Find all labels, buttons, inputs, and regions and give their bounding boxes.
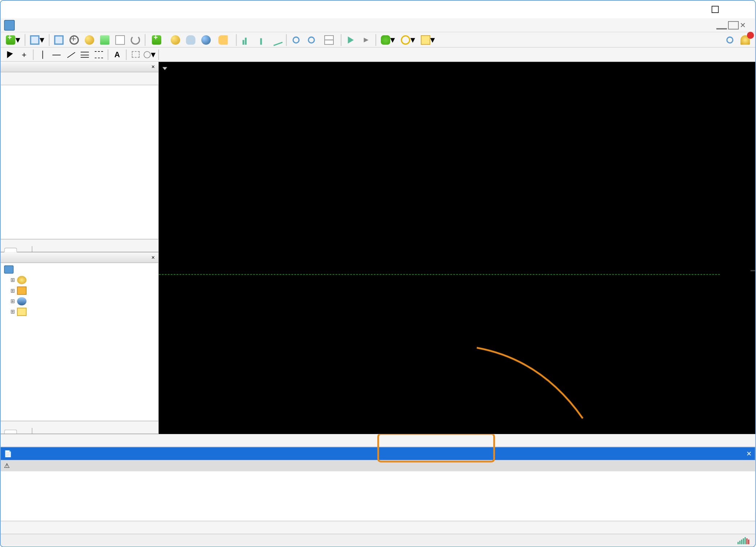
main-toolbar: ▾ ▾ ▾ ▾ ▾ <box>1 32 755 48</box>
terminal-header <box>1 434 755 447</box>
trendline-tool[interactable] <box>64 49 78 60</box>
hline-tool[interactable] <box>49 49 63 60</box>
chart-title <box>162 64 170 71</box>
navigator-toggle[interactable] <box>98 33 112 46</box>
shift-button[interactable] <box>344 33 358 46</box>
balance-row: ⚠ <box>1 460 755 471</box>
menu-tool[interactable] <box>65 24 77 26</box>
tree-ea[interactable]: ⊞ <box>1 296 158 306</box>
close-order-icon[interactable]: ✕ <box>746 450 752 457</box>
profiles-button[interactable]: ▾ <box>28 33 46 46</box>
candles-chart-button[interactable] <box>254 33 268 46</box>
menu-insert[interactable] <box>42 24 54 26</box>
x-axis <box>159 424 720 433</box>
terminal-tabs <box>1 521 755 534</box>
market-watch-header <box>1 72 158 85</box>
new-chart-button[interactable]: ▾ <box>4 33 22 46</box>
tab-symbol-list[interactable] <box>4 248 17 252</box>
menu-window[interactable] <box>77 24 89 26</box>
mdi-minimize-icon[interactable] <box>716 21 727 29</box>
crosshair-tool[interactable]: + <box>17 49 31 60</box>
tree-accounts[interactable]: ⊞ <box>1 275 158 285</box>
titlebar <box>1 1 755 18</box>
market-watch-toggle[interactable] <box>52 33 66 46</box>
tab-tick-chart[interactable] <box>17 248 30 252</box>
terminal-toggle[interactable] <box>113 33 127 46</box>
mdi-close-icon[interactable]: ✕ <box>740 21 750 29</box>
menu-view[interactable] <box>30 24 42 26</box>
shapes-tool[interactable]: ▾ <box>143 49 157 60</box>
navigator-title: × <box>1 252 158 263</box>
new-order-button[interactable] <box>148 33 167 46</box>
zoom-in-button[interactable] <box>289 33 303 46</box>
templates-button[interactable]: ▾ <box>418 33 437 46</box>
vline-tool[interactable] <box>35 49 49 60</box>
arrange-windows-button[interactable] <box>320 33 338 46</box>
notifications-button[interactable] <box>738 33 752 46</box>
search-button[interactable] <box>723 33 737 46</box>
tree-root[interactable] <box>1 264 158 275</box>
annotation-arrow <box>471 342 589 424</box>
y-axis <box>721 62 754 423</box>
indicators-button[interactable]: ▾ <box>378 33 397 46</box>
line-chart-button[interactable] <box>270 33 284 46</box>
app-icon <box>4 20 14 30</box>
statusbar <box>1 534 755 547</box>
maximize-button[interactable] <box>706 4 724 14</box>
menubar: ✕ <box>1 18 755 32</box>
tree-scripts[interactable]: ⊞ <box>1 307 158 317</box>
periodicity-button[interactable]: ▾ <box>399 33 417 46</box>
rect-tool[interactable] <box>128 49 142 60</box>
zoom-out-button[interactable] <box>304 33 318 46</box>
cursor-tool[interactable] <box>3 49 17 60</box>
tree-indicators[interactable]: ⊞ <box>1 285 158 296</box>
crosshair-button[interactable] <box>67 33 81 46</box>
mdi-restore-icon[interactable] <box>728 21 738 29</box>
close-pane-icon[interactable]: × <box>151 64 155 70</box>
order-line <box>159 274 720 275</box>
bars-chart-button[interactable] <box>239 33 253 46</box>
chart[interactable] <box>159 62 755 434</box>
strategy-tester-toggle[interactable] <box>128 33 142 46</box>
equidistant-tool[interactable] <box>78 49 92 60</box>
autotrade-button[interactable] <box>214 33 234 46</box>
menu-help[interactable] <box>89 24 101 26</box>
market-watch-title: × <box>1 62 158 72</box>
metaeditor-button[interactable] <box>168 33 183 46</box>
options-button[interactable] <box>184 33 198 46</box>
data-window-toggle[interactable] <box>82 33 96 46</box>
connection-status[interactable] <box>738 537 752 544</box>
fibo-tool[interactable] <box>92 49 106 60</box>
navigator-tree: ⊞ ⊞ ⊞ ⊞ <box>1 263 158 421</box>
drawing-toolbar: + A ▾ <box>1 48 755 62</box>
text-tool[interactable]: A <box>110 49 124 60</box>
refresh-button[interactable] <box>199 33 213 46</box>
terminal-panel: 📄 ✕ ⚠ <box>1 434 755 534</box>
market-watch: | <box>1 72 158 252</box>
order-row[interactable]: 📄 ✕ <box>1 447 755 460</box>
menu-chart[interactable] <box>54 24 66 26</box>
auto-scroll-button[interactable] <box>359 33 373 46</box>
menu-file[interactable] <box>18 24 30 26</box>
close-pane-icon[interactable]: × <box>151 254 155 261</box>
